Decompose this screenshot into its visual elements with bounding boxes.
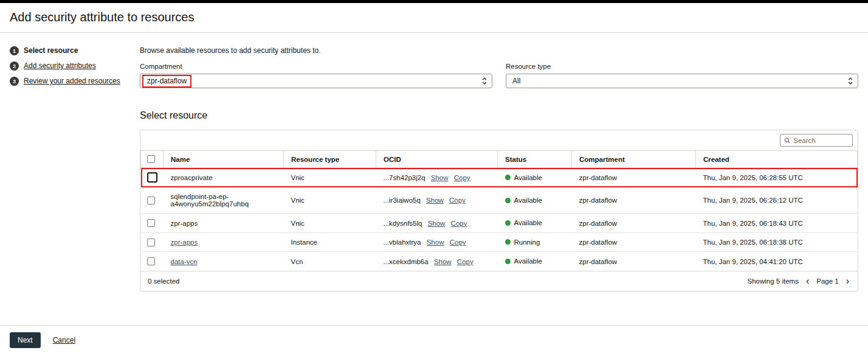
step-1-label: Select resource	[24, 46, 78, 55]
cancel-link[interactable]: Cancel	[53, 336, 75, 344]
status-dot-icon	[505, 175, 511, 180]
pagination: Showing 5 items ‹ Page 1 ›	[748, 276, 850, 286]
status-dot-icon	[505, 198, 511, 203]
status-text: Running	[514, 239, 540, 246]
row-created: Thu, Jan 9, 2025, 04:41:20 UTC	[703, 258, 803, 265]
name-cell: zpr-apps	[164, 232, 284, 252]
table-row: zproacprivate Vnic ...7sh42p3j2q Show Co…	[141, 168, 858, 187]
row-compartment: zpr-dataflow	[579, 239, 618, 246]
ocid-copy-link[interactable]: Copy	[450, 239, 466, 246]
ocid-cell: ...7sh42p3j2q Show Copy	[376, 168, 498, 187]
row-checkbox-cell	[141, 214, 164, 233]
resource-type-select[interactable]: All	[506, 74, 858, 88]
ocid-copy-link[interactable]: Copy	[457, 258, 474, 265]
resource-type-label: Resource type	[506, 63, 858, 70]
filters-row: Compartment zpr-dataflow Resource type A…	[140, 63, 858, 88]
row-checkbox[interactable]	[147, 197, 155, 204]
compartment-cell: zpr-dataflow	[572, 232, 696, 252]
row-checkbox[interactable]	[147, 239, 155, 246]
ocid-show-link[interactable]: Show	[434, 258, 452, 265]
status-dot-icon	[505, 220, 511, 226]
row-created: Thu, Jan 9, 2025, 06:18:38 UTC	[703, 239, 803, 246]
search-box	[780, 134, 853, 147]
ocid-copy-link[interactable]: Copy	[451, 220, 467, 227]
resource-table: Name Resource type OCID Status Compartme…	[140, 150, 858, 271]
row-checkbox-cell	[141, 232, 164, 252]
table-toolbar	[140, 130, 858, 150]
status-text: Available	[514, 219, 542, 226]
name-cell: data-vcn	[164, 252, 284, 271]
row-checkbox-cell	[141, 187, 164, 214]
created-cell: Thu, Jan 9, 2025, 06:28:55 UTC	[696, 168, 858, 187]
step-add-security-attributes[interactable]: 2 Add security attributes	[10, 61, 140, 71]
resource-type-value: Instance	[291, 239, 317, 246]
step-review-added-resources[interactable]: 3 Review your added resources	[10, 77, 140, 86]
created-cell: Thu, Jan 9, 2025, 06:26:12 UTC	[696, 187, 858, 214]
ocid-show-link[interactable]: Show	[427, 239, 444, 246]
wizard-actions: Next Cancel	[0, 326, 868, 356]
status-cell: Available	[498, 187, 572, 214]
status-dot-icon	[505, 259, 511, 264]
created-cell: Thu, Jan 9, 2025, 04:41:20 UTC	[696, 252, 858, 271]
search-input[interactable]	[793, 137, 849, 144]
table-row: zpr-apps Instance ...vblahxtrya Show Cop…	[141, 232, 858, 252]
resource-name: zpr-apps	[171, 220, 198, 227]
column-header-ocid: OCID	[376, 151, 498, 168]
row-compartment: zpr-dataflow	[579, 220, 618, 227]
step-1-number-icon: 1	[10, 46, 19, 55]
compartment-select[interactable]: zpr-dataflow	[140, 74, 492, 88]
ocid-cell: ...xcekxdmb6a Show Copy	[376, 252, 498, 271]
next-button[interactable]: Next	[10, 332, 41, 348]
resource-type-cell: Instance	[284, 232, 376, 252]
wizard-steps: 1 Select resource 2 Add security attribu…	[10, 46, 140, 291]
step-2-label[interactable]: Add security attributes	[24, 61, 96, 70]
page-header: Add security attribute to resources	[0, 3, 868, 33]
ocid-value: ...7sh42p3j2q	[384, 174, 425, 181]
row-compartment: zpr-dataflow	[579, 174, 618, 181]
ocid-copy-link[interactable]: Copy	[449, 197, 466, 204]
ocid-cell: ...kdysnfs5lq Show Copy	[376, 214, 498, 233]
column-header-compartment: Compartment	[572, 151, 696, 168]
row-checkbox[interactable]	[147, 172, 157, 183]
status-text: Available	[514, 174, 542, 181]
row-created: Thu, Jan 9, 2025, 06:18:43 UTC	[703, 220, 803, 227]
step-3-number-icon: 3	[10, 77, 19, 86]
compartment-filter: Compartment zpr-dataflow	[140, 63, 492, 88]
compartment-label: Compartment	[140, 63, 492, 70]
row-created: Thu, Jan 9, 2025, 06:28:55 UTC	[703, 174, 803, 181]
row-checkbox[interactable]	[147, 257, 155, 265]
compartment-value: zpr-dataflow	[142, 75, 191, 88]
ocid-show-link[interactable]: Show	[431, 174, 449, 181]
ocid-cell: ...ir3iaiwo5q Show Copy	[376, 187, 498, 214]
section-title: Select resource	[140, 110, 858, 121]
column-header-resource-type: Resource type	[284, 151, 376, 168]
name-cell: sqlendpoint-pa-ep-a4wonyu5m22blpq7uhbq	[164, 187, 284, 214]
page-next-icon[interactable]: ›	[845, 276, 850, 286]
select-all-checkbox[interactable]	[147, 155, 155, 163]
step-3-label[interactable]: Review your added resources	[24, 77, 120, 85]
resource-name-link[interactable]: zpr-apps	[171, 239, 198, 246]
row-checkbox-cell	[141, 168, 164, 187]
status-cell: Available	[498, 214, 572, 233]
status-cell: Available	[498, 252, 572, 271]
ocid-value: ...vblahxtrya	[384, 239, 421, 246]
ocid-value: ...kdysnfs5lq	[384, 220, 422, 227]
ocid-copy-link[interactable]: Copy	[454, 174, 470, 181]
resource-name-link[interactable]: data-vcn	[171, 258, 198, 265]
ocid-show-link[interactable]: Show	[428, 220, 446, 227]
resource-type-cell: Vnic	[284, 214, 376, 233]
resource-type-cell: Vnic	[284, 187, 376, 214]
row-checkbox[interactable]	[147, 219, 155, 227]
step-select-resource: 1 Select resource	[10, 46, 140, 55]
ocid-show-link[interactable]: Show	[426, 197, 444, 204]
name-cell: zproacprivate	[164, 168, 284, 187]
table-row: sqlendpoint-pa-ep-a4wonyu5m22blpq7uhbq V…	[141, 187, 858, 214]
page-prev-icon[interactable]: ‹	[805, 276, 810, 286]
ocid-value: ...xcekxdmb6a	[384, 258, 429, 265]
table-row: zpr-apps Vnic ...kdysnfs5lq Show Copy Av…	[141, 214, 858, 233]
intro-text: Browse available resources to add securi…	[140, 46, 858, 55]
column-header-status: Status	[498, 151, 572, 168]
main-panel: Browse available resources to add securi…	[140, 46, 858, 291]
status-text: Available	[514, 257, 542, 265]
resource-type-cell: Vnic	[284, 168, 376, 187]
